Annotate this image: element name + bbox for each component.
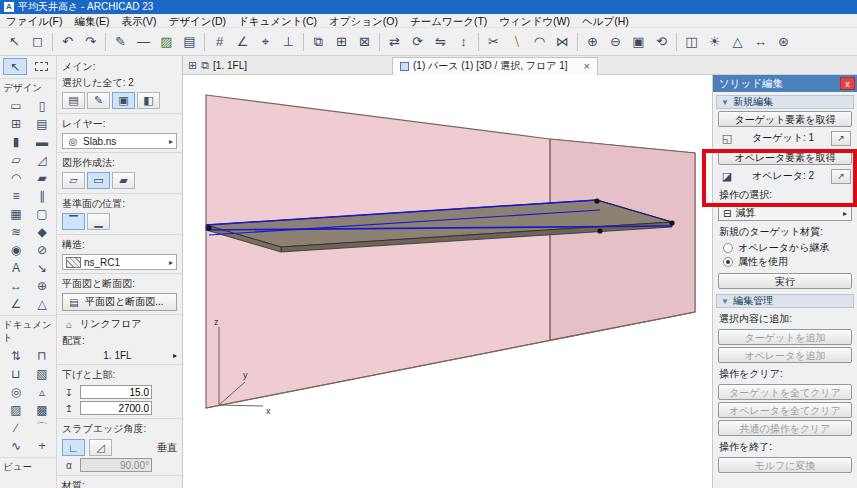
stair-tool[interactable]: ≡ (3, 187, 29, 205)
placement-value-row[interactable]: 1. 1FL ▸ (62, 350, 177, 361)
zoom-in-icon[interactable]: ⊕ (581, 31, 604, 53)
offset-input[interactable] (80, 385, 152, 399)
slab-tool[interactable]: ▱ (3, 151, 29, 169)
menu-design[interactable]: デザイン(D) (162, 14, 232, 28)
layout-switcher-icon[interactable]: ⊞ (188, 59, 197, 72)
layers-icon[interactable]: ▤ (178, 31, 201, 53)
menu-view[interactable]: 表示(V) (115, 14, 162, 28)
menu-help[interactable]: ヘルプ(H) (576, 14, 635, 28)
marquee-tool[interactable] (29, 58, 53, 75)
text-tool[interactable]: A (3, 259, 29, 277)
label-tool[interactable]: ↘ (29, 259, 55, 277)
spline-tool[interactable]: ∿ (3, 437, 29, 455)
tab-close-icon[interactable]: × (584, 61, 590, 71)
snap-point-icon[interactable]: ⌖ (254, 31, 277, 53)
selection-handle[interactable] (669, 220, 674, 225)
close-icon[interactable]: x (840, 77, 855, 90)
elevation-tool[interactable]: ⊓ (29, 347, 55, 365)
section-tool[interactable]: ⇅ (3, 347, 29, 365)
group-icon[interactable]: ⊞ (330, 31, 353, 53)
guide-line-icon[interactable]: ∠ (231, 31, 254, 53)
shell-tool[interactable]: ◠ (3, 169, 29, 187)
arc-tool[interactable]: ⌒ (29, 419, 55, 437)
edge-custom-button[interactable]: ◿ (89, 439, 112, 456)
execute-button[interactable]: 実行 (718, 273, 852, 289)
railing-tool[interactable]: ∥ (29, 187, 55, 205)
window-tool[interactable]: ⊞ (3, 115, 29, 133)
resize-icon[interactable]: ↕ (452, 31, 475, 53)
marquee-icon[interactable]: ◻ (26, 31, 49, 53)
add-target-button[interactable]: ターゲットを追加 (718, 329, 852, 345)
lamp-tool[interactable]: ◉ (3, 241, 29, 259)
selection-handle[interactable] (597, 228, 602, 233)
move-icon[interactable]: ⇄ (383, 31, 406, 53)
add-operator-button[interactable]: オペレータを追加 (718, 347, 852, 363)
select-tool[interactable]: ↖ (3, 58, 27, 75)
grid-snap-icon[interactable]: # (208, 31, 231, 53)
line-tool[interactable]: ∕ (3, 419, 29, 437)
slab-settings-button[interactable]: ▤ (62, 92, 85, 109)
menu-file[interactable]: ファイル(F) (0, 14, 68, 28)
selection-handle[interactable] (206, 225, 211, 230)
geometry-rectangle-button[interactable]: ▭ (87, 172, 110, 189)
operation-dropdown[interactable]: ⊟ 減算 ▸ (718, 205, 852, 221)
wall-tool[interactable]: ▭ (3, 97, 29, 115)
copy-icon[interactable]: ⧉ (307, 31, 330, 53)
inject-params-button[interactable]: ◧ (137, 92, 160, 109)
pen-button[interactable]: ✎ (87, 92, 110, 109)
undo-icon[interactable]: ↶ (56, 31, 79, 53)
redo-icon[interactable]: ↷ (79, 31, 102, 53)
toolbox-section-view[interactable]: ビュー (0, 457, 56, 476)
edge-vertical-button[interactable]: ∟ (62, 439, 85, 456)
curtain-wall-tool[interactable]: ▦ (3, 205, 29, 223)
section-new-edit[interactable]: ▼ 新規編集 (716, 95, 854, 109)
dimension-tool[interactable]: ↔ (3, 277, 29, 295)
interior-elevation-tool[interactable]: ⊔ (3, 365, 29, 383)
clear-operators-button[interactable]: オペレータを全てクリア (718, 402, 852, 418)
3d-viewport[interactable]: z y x (183, 75, 712, 488)
radio-attribute-row[interactable]: 属性を使用 (723, 256, 847, 268)
change-tool[interactable]: ▵ (29, 383, 55, 401)
radio-inherit-row[interactable]: オペレータから継承 (723, 242, 847, 254)
radio-inherit[interactable] (723, 243, 733, 253)
radio-use-attribute[interactable] (723, 257, 733, 267)
object-tool[interactable]: ◆ (29, 223, 55, 241)
settings-icon[interactable]: ⊛ (772, 31, 795, 53)
intersect-icon[interactable]: ⋈ (551, 31, 574, 53)
detail-tool[interactable]: ◎ (3, 383, 29, 401)
viewport-canvas[interactable]: z y x (183, 75, 712, 488)
door-tool[interactable]: ▯ (29, 97, 55, 115)
menu-document[interactable]: ドキュメント(C) (232, 14, 323, 28)
sun-study-icon[interactable]: ☀ (703, 31, 726, 53)
pen-icon[interactable]: ✎ (109, 31, 132, 53)
mirror-icon[interactable]: ⇋ (429, 31, 452, 53)
edge-angle-input[interactable] (80, 458, 152, 472)
level-dimension-tool[interactable]: ⊕ (29, 277, 55, 295)
clear-targets-button[interactable]: ターゲットを全てクリア (718, 384, 852, 400)
reference-plane-top-button[interactable]: ▔ (62, 213, 85, 230)
cutaway-icon[interactable]: ◫ (680, 31, 703, 53)
zone-tool[interactable]: ▢ (29, 205, 55, 223)
pickup-params-button[interactable]: ▣ (112, 92, 135, 109)
opening-tool[interactable]: ⊘ (29, 241, 55, 259)
column-tool[interactable]: ▮ (3, 133, 29, 151)
selection-handle[interactable] (594, 198, 599, 203)
top-elevation-input[interactable] (80, 401, 152, 415)
camera-tool[interactable]: △ (29, 295, 55, 313)
lock-icon[interactable]: ⊠ (353, 31, 376, 53)
structure-dropdown[interactable]: ns_RC1 ▸ (62, 254, 177, 270)
floor-tab-label[interactable]: [1. 1FL] (213, 60, 247, 71)
layer-dropdown[interactable]: ◎ Slab.ns ▸ (62, 133, 177, 149)
gravity-icon[interactable]: ⊥ (277, 31, 300, 53)
angle-dimension-tool[interactable]: ∠ (3, 295, 29, 313)
convert-to-morph-button[interactable]: モルフに変換 (718, 457, 852, 473)
worksheet-tool[interactable]: ▧ (29, 365, 55, 383)
target-pick-button[interactable]: ↗ (831, 131, 851, 146)
morph-tool[interactable]: ▰ (29, 169, 55, 187)
geometry-polygon-button[interactable]: ▱ (62, 172, 85, 189)
trim-icon[interactable]: ✂ (482, 31, 505, 53)
toolbox-section-document[interactable]: ドキュメント (0, 315, 56, 347)
menu-teamwork[interactable]: チームワーク(T) (404, 14, 493, 28)
reference-plane-bottom-button[interactable]: ▁ (87, 213, 110, 230)
fillet-icon[interactable]: ◠ (528, 31, 551, 53)
